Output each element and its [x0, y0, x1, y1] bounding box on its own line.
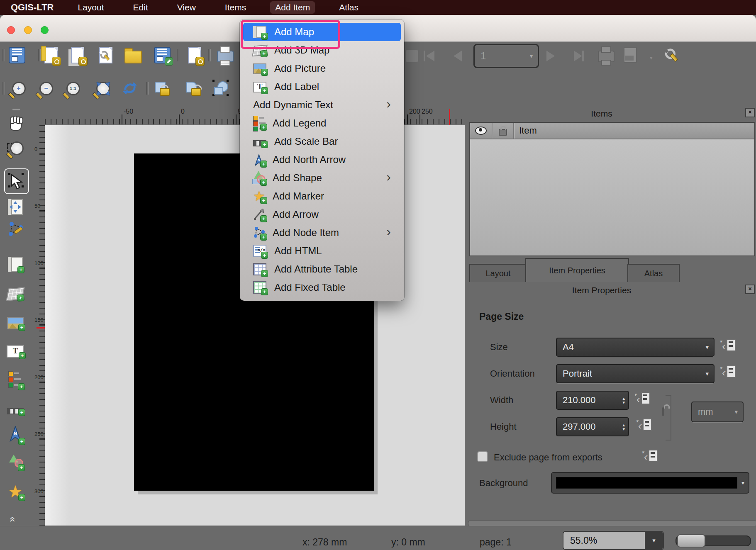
spinner-arrows-icon[interactable]: ▴▾: [622, 396, 625, 404]
add-shape-tool-button[interactable]: +: [5, 452, 26, 473]
collapse-toolbar-chevrons[interactable]: «: [7, 516, 19, 522]
menu-item-add-arrow[interactable]: + Add Arrow: [243, 205, 401, 224]
menu-item-add-legend[interactable]: + Add Legend: [243, 114, 401, 132]
menu-item-add-picture[interactable]: + Add Picture: [243, 59, 401, 78]
menu-item-add-fixed-table[interactable]: + Add Fixed Table: [243, 278, 401, 297]
zoom-out-button[interactable]: −: [36, 78, 56, 99]
lock-selected-items-button[interactable]: [152, 78, 173, 99]
add-label-tool-button[interactable]: T+: [5, 341, 26, 362]
add-scale-bar-tool-button[interactable]: +: [5, 399, 26, 420]
new-layout-button[interactable]: [41, 45, 61, 66]
tab-atlas[interactable]: Atlas: [627, 264, 680, 282]
menu-item-add-node-item[interactable]: + Add Node Item ›: [243, 224, 401, 242]
menubar-item-add-item[interactable]: Add Item: [270, 1, 315, 14]
tab-layout[interactable]: Layout: [469, 264, 527, 282]
exclude-page-checkbox[interactable]: [477, 451, 488, 462]
add-legend-tool-button[interactable]: +: [5, 369, 26, 390]
zoom-region-tool-button[interactable]: [5, 139, 26, 159]
visibility-column-header[interactable]: [470, 127, 492, 135]
lock-column-header[interactable]: [493, 126, 513, 136]
duplicate-layout-button[interactable]: [67, 45, 88, 66]
move-item-content-tool-button[interactable]: [5, 197, 26, 217]
chevron-down-icon[interactable]: ▾: [650, 55, 653, 61]
new-layout-icon: [44, 47, 58, 63]
print-button[interactable]: [215, 45, 236, 66]
save-as-template-icon: [188, 47, 201, 63]
menu-item-add-label[interactable]: T+ Add Label: [243, 78, 401, 96]
spinner-arrows-icon[interactable]: ▴▾: [622, 423, 625, 431]
menubar-item-items[interactable]: Items: [220, 1, 251, 14]
add-picture-tool-button[interactable]: +: [5, 313, 26, 333]
add-north-arrow-tool-button[interactable]: N +: [5, 424, 26, 445]
v-ruler-label: 100: [34, 260, 44, 266]
group-items-button[interactable]: [211, 78, 232, 99]
atlas-next-feature-button[interactable]: [540, 46, 561, 66]
background-color-button[interactable]: ▾: [551, 472, 749, 494]
add-north-arrow-icon: N +: [8, 426, 23, 443]
edit-nodes-tool-button[interactable]: [5, 219, 26, 240]
pan-tool-button[interactable]: [5, 113, 26, 134]
refresh-view-button[interactable]: [119, 78, 140, 99]
select-move-item-tool-button-selected[interactable]: [4, 168, 29, 194]
menubar-item-atlas[interactable]: Atlas: [334, 1, 363, 14]
menubar-item-layout[interactable]: Layout: [73, 1, 109, 14]
menu-item-add-dynamic-text[interactable]: Add Dynamic Text ›: [243, 96, 401, 114]
link-lock-icon[interactable]: [662, 407, 664, 416]
menu-item-add-attribute-table[interactable]: + Add Attribute Table: [243, 260, 401, 278]
atlas-first-feature-button[interactable]: [420, 46, 441, 66]
items-panel-close-icon[interactable]: ×: [745, 108, 755, 117]
save-as-template-button[interactable]: [184, 45, 205, 66]
edit-nodes-icon: [7, 221, 24, 238]
add-marker-tool-button[interactable]: ★+: [5, 481, 26, 502]
save-button[interactable]: [7, 45, 27, 66]
layout-manager-button[interactable]: [95, 45, 116, 66]
traffic-light-minimize-button[interactable]: [24, 26, 32, 34]
size-combo[interactable]: A4 ▾: [556, 338, 715, 357]
zoom-in-button[interactable]: +: [8, 78, 29, 99]
orientation-combo[interactable]: Portrait ▾: [556, 364, 715, 383]
toolbar-handle[interactable]: [12, 109, 20, 110]
menubar-app-name[interactable]: QGIS-LTR: [11, 2, 54, 13]
atlas-settings-button[interactable]: [662, 44, 683, 65]
qgis-layout-designer-window: QGIS-LTR Layout Edit View Items Add Item…: [0, 0, 756, 550]
units-combo[interactable]: mm ▾: [691, 402, 744, 422]
print-icon: [217, 51, 234, 62]
zoom-combo-arrow-button[interactable]: ▾: [645, 532, 663, 549]
menubar-item-edit[interactable]: Edit: [128, 1, 153, 14]
items-list[interactable]: Item: [469, 122, 755, 256]
zoom-slider-handle[interactable]: [677, 534, 705, 548]
open-folder-button[interactable]: [123, 45, 144, 66]
atlas-previous-feature-button[interactable]: [447, 46, 468, 66]
preview-atlas-button[interactable]: [402, 46, 422, 66]
menu-item-add-html[interactable]: + Add HTML: [243, 242, 401, 260]
save-as-icon: [154, 47, 171, 63]
zoom-full-button[interactable]: [93, 78, 113, 99]
save-as-button[interactable]: [152, 45, 173, 66]
menu-item-add-marker[interactable]: ★+ Add Marker: [243, 187, 401, 205]
menu-item-add-shape[interactable]: + Add Shape ›: [243, 169, 401, 187]
zoom-slider-track[interactable]: [676, 535, 751, 546]
traffic-light-zoom-button[interactable]: [41, 26, 49, 34]
h-ruler-label: 250: [422, 108, 433, 115]
width-label: Width: [490, 395, 513, 406]
tab-item-properties[interactable]: Item Properties: [525, 258, 629, 282]
menu-item-add-scale-bar[interactable]: + Add Scale Bar: [243, 132, 401, 151]
add-3d-map-tool-button[interactable]: +: [5, 284, 26, 304]
menu-item-add-north-arrow[interactable]: N + Add North Arrow: [243, 151, 401, 169]
menubar-item-view[interactable]: View: [172, 1, 201, 14]
export-atlas-button[interactable]: [620, 45, 641, 66]
zoom-level-combo[interactable]: 55.0% ▾: [563, 531, 664, 550]
atlas-last-feature-button[interactable]: [568, 46, 588, 66]
height-spinbox[interactable]: 297.000 ▴▾: [556, 417, 629, 436]
width-spinbox[interactable]: 210.000 ▴▾: [556, 391, 629, 410]
lock-icon: [155, 81, 170, 96]
item-column-header[interactable]: Item: [519, 125, 537, 136]
print-atlas-button[interactable]: [596, 45, 617, 66]
traffic-light-close-button[interactable]: [7, 26, 15, 34]
atlas-page-combo[interactable]: 1 ▾: [473, 44, 539, 68]
zoom-actual-button[interactable]: 1:1: [63, 78, 83, 99]
add-map-tool-button[interactable]: +: [5, 254, 26, 275]
first-feature-icon: [426, 51, 434, 61]
unlock-all-items-button[interactable]: [183, 78, 204, 99]
item-properties-close-icon[interactable]: ×: [745, 285, 755, 294]
